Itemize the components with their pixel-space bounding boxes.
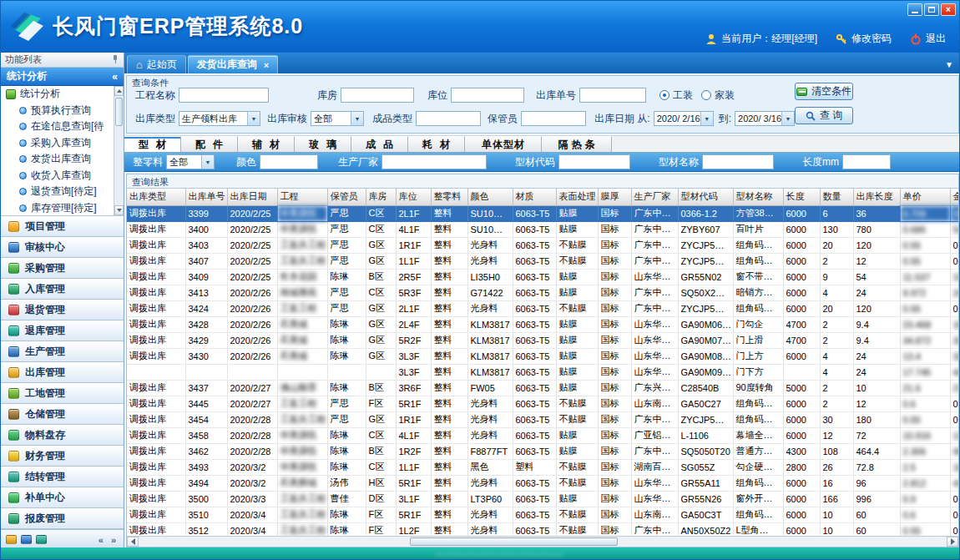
table-cell[interactable]: 3445 — [185, 396, 227, 411]
table-cell[interactable]: 3462 — [185, 443, 227, 459]
table-row[interactable]: 调拨出库33992020/2/25华美源悦严思C区2L1F整料SU10…6063… — [127, 205, 958, 221]
table-cell[interactable]: 南城雅苑 — [277, 285, 327, 300]
material-tab-成品[interactable]: 成品 — [351, 136, 408, 152]
table-cell[interactable]: 3437 — [185, 380, 227, 396]
table-cell[interactable]: 0.55 — [900, 237, 950, 253]
table-cell[interactable]: 贴膜 — [556, 332, 598, 348]
table-cell[interactable]: 6063-T5 — [513, 300, 556, 316]
table-cell[interactable]: 0 — [950, 411, 958, 427]
table-cell[interactable]: 1L1F — [396, 459, 431, 475]
table-cell[interactable]: SQ50X2… — [678, 285, 733, 300]
table-cell[interactable]: F区 — [366, 522, 396, 536]
table-cell[interactable]: 百叶片 — [733, 221, 783, 237]
sidebar-group-审核中心[interactable]: 审核中心 — [1, 237, 124, 258]
table-cell[interactable]: 贴膜 — [556, 269, 598, 285]
table-cell[interactable]: 湖南百… — [631, 459, 678, 475]
table-cell[interactable]: 6063-T5 — [513, 332, 556, 348]
table-cell[interactable]: 6063-T5 — [513, 221, 556, 237]
table-cell[interactable]: 6063-T5 — [513, 364, 556, 380]
table-cell[interactable]: 整料 — [431, 475, 467, 491]
table-cell[interactable]: 陈琳 — [327, 507, 366, 522]
audit-select[interactable]: 全部 ▼ — [311, 111, 364, 126]
table-cell[interactable]: 6000 — [783, 427, 820, 443]
column-header[interactable]: 整零料 — [431, 189, 467, 205]
table-cell[interactable]: 2020/2/27 — [227, 396, 277, 411]
table-cell[interactable]: 贴膜 — [556, 491, 598, 507]
table-cell[interactable]: KLM3817 — [467, 348, 513, 364]
table-cell[interactable]: 5R1F — [396, 507, 431, 522]
logout-button[interactable]: 退出 — [910, 32, 946, 46]
table-cell[interactable]: 6063-T5 — [513, 396, 556, 411]
table-cell[interactable]: 广东中… — [631, 285, 678, 300]
table-row[interactable]: 调拨出库34542020/2/28工装共工程严思G区1R1F整料光身料6063-… — [127, 411, 958, 427]
table-cell[interactable]: 2020/2/28 — [227, 411, 277, 427]
table-cell[interactable]: 0.55 — [900, 300, 950, 316]
table-cell[interactable]: 贴膜 — [556, 443, 598, 459]
table-cell[interactable]: H区 — [366, 475, 396, 491]
table-cell[interactable]: 3407 — [185, 253, 227, 269]
table-cell[interactable]: 山东华… — [631, 491, 678, 507]
table-cell[interactable]: 0.6 — [900, 507, 950, 522]
tab-list-chevron-icon[interactable]: ▼ — [945, 60, 953, 69]
table-cell[interactable]: C区 — [366, 285, 396, 300]
table-cell[interactable]: 曹佳 — [327, 491, 366, 507]
table-cell[interactable]: GA50C3T — [678, 507, 733, 522]
table-cell[interactable]: 996 — [853, 491, 900, 507]
table-cell[interactable]: 9.4 — [853, 316, 900, 332]
table-cell[interactable]: 组角码… — [733, 300, 783, 316]
table-cell[interactable]: 严思 — [327, 253, 366, 269]
table-cell[interactable]: 535 — [950, 221, 958, 237]
table-cell[interactable]: 6000 — [783, 221, 820, 237]
table-cell[interactable]: 3428 — [185, 316, 227, 332]
table-cell[interactable]: 华美源悦 — [277, 427, 327, 443]
table-cell[interactable]: 贴膜 — [556, 364, 598, 380]
table-cell[interactable]: 3403 — [185, 237, 227, 253]
table-cell[interactable]: 12 — [853, 253, 900, 269]
table-cell[interactable]: 3409 — [185, 269, 227, 285]
table-cell[interactable]: GR55N02 — [678, 269, 733, 285]
table-cell[interactable]: 20 — [820, 237, 853, 253]
table-row[interactable]: 调拨出库34282020/2/26石美城陈琳G区2L4F整料KLM3817606… — [127, 316, 958, 332]
table-cell[interactable]: 光身料 — [467, 475, 513, 491]
table-cell[interactable]: 广东中… — [631, 522, 678, 536]
tree-item[interactable]: 预算执行查询 — [1, 103, 124, 119]
table-cell[interactable]: 整料 — [431, 300, 467, 316]
table-row[interactable]: 3L3F整料KLM38176063-T5贴膜国标山东华…GA90M09…门下方4… — [127, 364, 958, 380]
table-cell[interactable]: 2L1F — [396, 300, 431, 316]
scroll-thumb[interactable] — [115, 98, 123, 126]
radio-home[interactable]: 家装 — [701, 88, 735, 103]
table-cell[interactable]: 严思 — [327, 396, 366, 411]
material-tab-辅材[interactable]: 辅材 — [238, 136, 295, 152]
table-cell[interactable]: 3L3F — [396, 348, 431, 364]
table-cell[interactable]: B区 — [366, 380, 396, 396]
table-cell[interactable]: 20 — [820, 300, 853, 316]
sidebar-group-生产管理[interactable]: 生产管理 — [1, 341, 124, 362]
table-cell[interactable]: 工装共工程 — [277, 507, 327, 522]
table-cell[interactable]: 调拨出库 — [127, 507, 185, 522]
table-cell[interactable]: 调拨出库 — [127, 316, 185, 332]
table-cell[interactable]: 6063-T5 — [513, 269, 556, 285]
table-cell[interactable]: 4.708 — [900, 205, 950, 221]
table-cell[interactable]: 9.972 — [900, 285, 950, 300]
table-cell[interactable]: 不贴膜 — [556, 475, 598, 491]
table-cell[interactable]: 国标 — [598, 411, 631, 427]
sidebar-group-物料盘存[interactable]: 物料盘存 — [1, 425, 124, 446]
table-cell[interactable]: 0.6 — [900, 396, 950, 411]
table-cell[interactable]: 山东华… — [631, 348, 678, 364]
table-cell[interactable]: 6063-T5 — [513, 316, 556, 332]
table-cell[interactable]: 贴膜 — [556, 285, 598, 300]
table-cell[interactable]: 2.5 — [900, 459, 950, 475]
table-cell[interactable]: 2020/2/26 — [227, 285, 277, 300]
table-cell[interactable]: 整料 — [431, 205, 467, 221]
scroll-up-button[interactable] — [114, 86, 124, 96]
table-cell[interactable]: SG055Z — [678, 459, 733, 475]
table-cell[interactable]: 6063-T5 — [513, 475, 556, 491]
table-cell[interactable]: 5000 — [783, 380, 820, 396]
table-cell[interactable]: GA90M07… — [678, 332, 733, 348]
table-cell[interactable]: D区 — [366, 491, 396, 507]
table-cell[interactable]: 陈琳 — [327, 380, 366, 396]
location-input[interactable] — [451, 88, 524, 103]
table-cell[interactable]: 0366-1.2 — [678, 205, 733, 221]
table-cell[interactable]: 华美源悦 — [277, 205, 327, 221]
table-cell[interactable]: ZYCJP5… — [678, 253, 733, 269]
